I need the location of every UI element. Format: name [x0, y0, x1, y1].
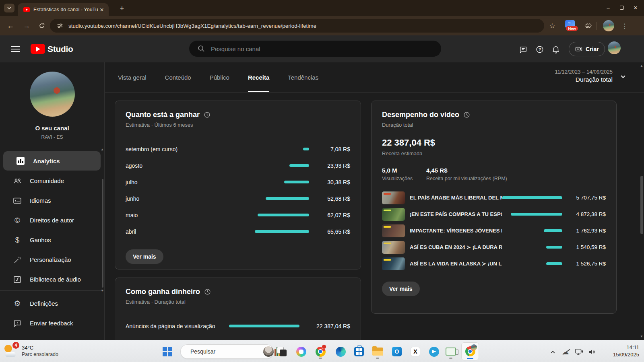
- taskbar-search-input[interactable]: [190, 348, 263, 355]
- device-app-button[interactable]: [443, 343, 459, 360]
- scrollbar-thumb[interactable]: [640, 176, 643, 234]
- start-button[interactable]: [163, 347, 172, 356]
- svg-text:?: ?: [539, 47, 541, 52]
- browser-profile-avatar[interactable]: [603, 20, 614, 31]
- create-button[interactable]: Criar: [569, 42, 605, 56]
- create-button-label: Criar: [586, 46, 599, 52]
- forward-button[interactable]: →: [22, 21, 31, 31]
- tab-tendencias[interactable]: Tendências: [288, 62, 318, 92]
- notifications-bell-icon[interactable]: [551, 45, 561, 54]
- tray-chevron-up-icon[interactable]: [548, 348, 557, 356]
- taskbar-clock[interactable]: 14:11 15/09/2025: [613, 344, 639, 358]
- microsoft-store-button[interactable]: [351, 343, 367, 360]
- video-row[interactable]: ¡EN ESTE PAÍS COMPRAS A TU ESPO... 4 872…: [382, 206, 606, 222]
- reload-button[interactable]: [37, 21, 47, 31]
- network-monitor-icon[interactable]: [575, 348, 584, 356]
- tab-search-button[interactable]: [4, 4, 14, 12]
- sidebar-item-definicoes[interactable]: ⚙ Definições: [0, 294, 104, 313]
- bookmark-star-icon[interactable]: ☆: [547, 21, 557, 31]
- feedback-comment-icon[interactable]: [518, 45, 528, 54]
- revenue-value: 62,07 R$: [316, 212, 350, 218]
- sidebar-item-personalizacao[interactable]: Personalização: [0, 250, 104, 269]
- stats-row: 5,0 M Visualizações 4,45 R$ Receita por …: [382, 167, 606, 181]
- sidebar-scroll-up-icon[interactable]: ▲: [101, 148, 104, 151]
- help-icon[interactable]: ?: [535, 45, 545, 54]
- revenue-value: 1 526,75 R$: [569, 261, 606, 267]
- outlook-button[interactable]: O: [389, 343, 405, 360]
- site-info-icon[interactable]: [56, 22, 64, 29]
- sidebar-item-label: Ganhos: [30, 237, 51, 243]
- back-button[interactable]: ←: [6, 21, 15, 31]
- scroll-down-icon[interactable]: ▼: [640, 335, 643, 338]
- file-explorer-button[interactable]: [369, 343, 386, 360]
- copilot-button[interactable]: [293, 343, 309, 360]
- sidebar-item-idiomas[interactable]: Idiomas: [0, 191, 104, 210]
- microsoft-store-icon: [354, 347, 364, 356]
- sidebar-item-enviar-feedback[interactable]: Enviar feedback: [0, 313, 104, 333]
- tab-vista-geral[interactable]: Vista geral: [118, 62, 147, 92]
- chrome-button[interactable]: [312, 343, 328, 360]
- telegram-button[interactable]: [426, 343, 442, 360]
- minimize-button[interactable]: –: [601, 2, 615, 14]
- page-scrollbar[interactable]: ▲ ▼: [639, 62, 644, 340]
- bar-track: [255, 181, 309, 183]
- studio-search-input[interactable]: [211, 45, 433, 52]
- sidebar-item-label: Enviar feedback: [30, 320, 73, 327]
- views-stat: 5,0 M Visualizações: [382, 167, 426, 181]
- task-view-button[interactable]: [274, 343, 290, 360]
- extensions-puzzle-icon[interactable]: [583, 21, 592, 31]
- tab-close-icon[interactable]: ✕: [98, 6, 105, 13]
- audio-library-icon: [12, 274, 23, 285]
- outlook-icon: O: [392, 347, 402, 356]
- see-more-button[interactable]: Ver mais: [382, 282, 420, 296]
- revenue-value: 22 387,04 R$: [306, 323, 350, 329]
- browser-toolbar: ← → studio.youtube.com/channel/UCidKLeUn…: [0, 16, 644, 35]
- onedrive-paused-icon[interactable]: ☁: [561, 348, 570, 356]
- tab-conteudo[interactable]: Conteúdo: [165, 62, 191, 92]
- sidebar-item-direitos-de-autor[interactable]: © Direitos de autor: [0, 210, 104, 230]
- hamburger-menu-icon[interactable]: [11, 46, 20, 52]
- sidebar-scrollbar[interactable]: [102, 179, 103, 288]
- video-row[interactable]: EL PAÍS ÁRABE MÁS LIBERAL DEL M... 5 707…: [382, 189, 606, 206]
- sidebar-item-analytics[interactable]: Analytics: [3, 151, 101, 171]
- weather-widget[interactable]: 4 34°C Parc ensolarado: [3, 343, 58, 358]
- puzzle-icon: [584, 22, 592, 30]
- bar-track: [255, 230, 309, 233]
- chevron-down-icon[interactable]: [619, 73, 627, 81]
- edge-icon: [336, 347, 346, 357]
- bar-track: [255, 164, 309, 167]
- url-bar[interactable]: studio.youtube.com/channel/UCidKLeUncbjH…: [50, 19, 544, 33]
- tab-publico[interactable]: Público: [210, 62, 229, 92]
- browser-tab[interactable]: Estatísticas do canal - YouTube S ✕: [18, 3, 109, 16]
- maximize-button[interactable]: [615, 2, 629, 14]
- video-row[interactable]: ASÍ ES LA VIDA EN ALASKA ≻ ¡UN L... 1 52…: [382, 255, 606, 272]
- revenue-bar: [303, 148, 309, 150]
- chrome-window-button[interactable]: [461, 342, 479, 360]
- scroll-up-icon[interactable]: ▲: [640, 64, 643, 68]
- close-button[interactable]: ✕: [629, 2, 642, 14]
- clock-icon: [204, 288, 211, 295]
- month-label: junho: [126, 195, 255, 202]
- channel-avatar[interactable]: [30, 72, 75, 117]
- sidebar-item-biblioteca-de-audio[interactable]: Biblioteca de áudio: [0, 269, 104, 289]
- edge-button[interactable]: [332, 343, 349, 360]
- channel-handle: RAVI - ES: [0, 134, 104, 140]
- tab-receita[interactable]: Receita: [248, 62, 269, 92]
- speaker-icon[interactable]: [588, 348, 597, 356]
- taskbar-search[interactable]: [180, 344, 274, 359]
- date-filter[interactable]: 11/12/2023 – 14/09/2025 Duração total: [555, 69, 613, 83]
- account-avatar[interactable]: [608, 41, 621, 54]
- see-more-button[interactable]: Ver mais: [126, 249, 163, 264]
- revenue-value: 1 762,93 R$: [569, 228, 606, 234]
- studio-search-bar[interactable]: [189, 41, 441, 57]
- studio-logo[interactable]: Studio: [31, 44, 73, 54]
- video-row[interactable]: ASÍ ES CUBA EN 2024 ≻ ¡LA DURA R... 1 54…: [382, 239, 606, 255]
- revenue-bar: [546, 246, 563, 249]
- sidebar-scroll-down-icon[interactable]: ▼: [101, 289, 104, 292]
- browser-menu-kebab-icon[interactable]: ⋮: [620, 21, 630, 31]
- sidebar-item-comunidade[interactable]: Comunidade: [0, 171, 104, 191]
- new-tab-button[interactable]: +: [118, 4, 126, 13]
- video-row[interactable]: IMPACTANTE: VÍRGENES JÓVENES E... 1 762,…: [382, 222, 606, 239]
- sidebar-item-ganhos[interactable]: $ Ganhos: [0, 230, 104, 250]
- capcut-button[interactable]: X: [407, 343, 423, 360]
